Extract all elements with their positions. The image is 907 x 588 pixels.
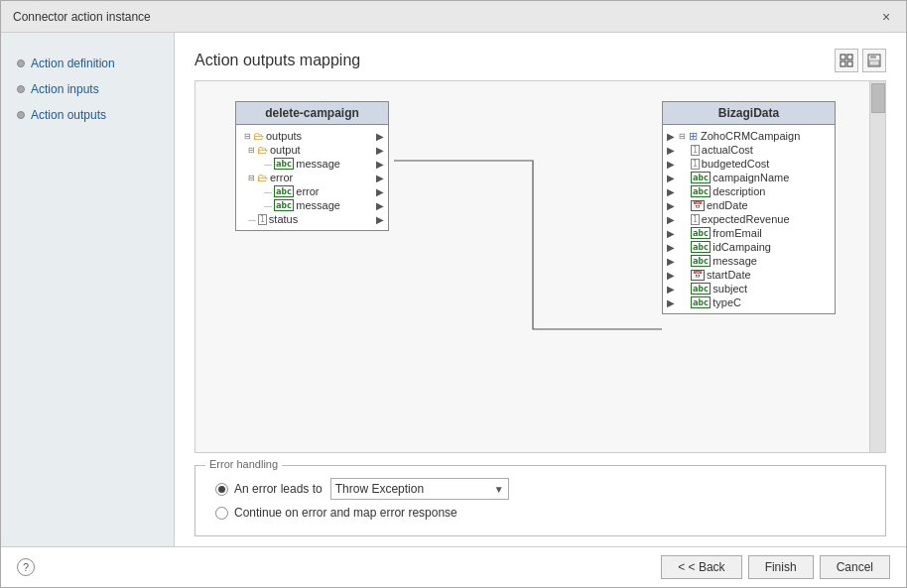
tree-item: — abc message ▶ xyxy=(236,157,388,171)
sidebar-item-action-outputs[interactable]: Action outputs xyxy=(11,104,164,126)
right-box: BizagiData ▶ ⊟ ⊞ ZohoCRMCampaign ▶ xyxy=(662,101,836,314)
tree-label: status xyxy=(269,213,298,225)
type-abc-icon: abc xyxy=(274,185,294,197)
left-box-content: ⊟ 🗁 outputs ▶ ⊟ 🗁 output ▶ xyxy=(236,125,388,230)
tree-item: ▶ 1 expectedRevenue xyxy=(663,212,835,226)
tree-item: ▶ 1 budgetedCost xyxy=(663,157,835,171)
bullet-icon xyxy=(17,111,25,119)
right-box-content: ▶ ⊟ ⊞ ZohoCRMCampaign ▶ 1 actualCost xyxy=(663,125,835,313)
tree-label: description xyxy=(713,185,765,197)
main-content: Action outputs mapping xyxy=(175,33,906,546)
tree-item: ⊟ 🗁 outputs ▶ xyxy=(236,129,388,143)
type-abc-icon: abc xyxy=(691,227,711,239)
arrow-out-icon: ▶ xyxy=(376,159,384,170)
tree-label: message xyxy=(713,255,757,267)
tree-label: message xyxy=(296,158,340,170)
tree-label: idCampaing xyxy=(713,241,771,253)
expand-icon[interactable]: ⊟ xyxy=(679,132,686,141)
error-option1-row: An error leads to Throw Exception ▼ xyxy=(215,478,865,500)
tree-item: — abc message ▶ xyxy=(236,198,388,212)
dash-icon: — xyxy=(264,160,272,169)
tree-item: ▶ 📅 startDate xyxy=(663,268,835,282)
sidebar-item-action-definition[interactable]: Action definition xyxy=(11,53,164,74)
back-button[interactable]: < < Back xyxy=(661,555,741,579)
tree-item: ▶ abc description xyxy=(663,184,835,198)
tree-label: actualCost xyxy=(702,144,753,156)
arrow-in-icon: ▶ xyxy=(667,228,675,239)
arrow-in-icon: ▶ xyxy=(667,145,675,156)
type-date-icon: 📅 xyxy=(691,270,705,281)
tree-label: fromEmail xyxy=(713,227,762,239)
expand-icon[interactable]: ⊟ xyxy=(248,146,255,155)
dash-icon: — xyxy=(264,201,272,210)
help-button[interactable]: ? xyxy=(17,558,35,576)
close-button[interactable]: × xyxy=(878,9,894,25)
type-date-icon: 📅 xyxy=(691,200,705,211)
tree-item: ▶ 📅 endDate xyxy=(663,198,835,212)
dash-icon: — xyxy=(264,187,272,196)
expand-icon[interactable]: ⊟ xyxy=(244,132,251,141)
tree-item: ▶ abc fromEmail xyxy=(663,226,835,240)
tree-label: endDate xyxy=(707,199,748,211)
type-abc-icon: abc xyxy=(691,241,711,253)
arrow-in-icon: ▶ xyxy=(667,200,675,211)
mapping-area: delete-campaign ⊟ 🗁 outputs ▶ ⊟ xyxy=(194,80,886,453)
dropdown-arrow-icon: ▼ xyxy=(494,484,504,495)
dialog-body: Action definition Action inputs Action o… xyxy=(1,33,906,546)
arrow-in-icon: ▶ xyxy=(667,284,675,294)
type-abc-icon: abc xyxy=(274,199,294,211)
layout-icon[interactable] xyxy=(835,49,858,72)
save-icon[interactable] xyxy=(862,49,886,72)
dash-icon: — xyxy=(248,215,256,224)
throw-exception-dropdown[interactable]: Throw Exception ▼ xyxy=(330,478,509,500)
arrow-out-icon: ▶ xyxy=(376,145,384,156)
error-handling-section: Error handling An error leads to Throw E… xyxy=(194,461,886,536)
tree-label: message xyxy=(296,199,340,211)
arrow-in-icon: ▶ xyxy=(667,256,675,267)
sidebar-item-action-inputs[interactable]: Action inputs xyxy=(11,78,164,100)
arrow-in-icon: ▶ xyxy=(667,297,675,308)
tree-label: output xyxy=(270,144,301,156)
radio-option1[interactable] xyxy=(215,483,228,496)
error-option2-label: Continue on error and map error response xyxy=(234,506,457,520)
arrow-in-icon: ▶ xyxy=(667,242,675,253)
footer-left: ? xyxy=(17,558,35,576)
tree-item: ⊟ 🗁 output ▶ xyxy=(236,143,388,157)
type-abc-icon: abc xyxy=(691,283,711,294)
mapping-scroll: delete-campaign ⊟ 🗁 outputs ▶ ⊟ xyxy=(195,81,885,452)
footer-buttons: < < Back Finish Cancel xyxy=(661,555,890,579)
scrollbar-thumb[interactable] xyxy=(871,83,885,113)
tree-item: ▶ abc subject xyxy=(663,282,835,295)
sidebar-item-label: Action inputs xyxy=(31,82,99,96)
tree-label: outputs xyxy=(266,130,302,142)
type-abc-icon: abc xyxy=(691,185,711,197)
tree-item: ⊟ 🗁 error ▶ xyxy=(236,171,388,184)
tree-label: startDate xyxy=(707,269,751,281)
bullet-icon xyxy=(17,59,25,67)
error-handling-legend: Error handling xyxy=(205,458,282,470)
radio-option2[interactable] xyxy=(215,507,228,520)
error-fieldset: Error handling An error leads to Throw E… xyxy=(194,465,886,536)
arrow-in-icon: ▶ xyxy=(667,186,675,197)
error-option1-label: An error leads to xyxy=(234,482,323,496)
arrow-in-icon: ▶ xyxy=(667,131,675,142)
cancel-button[interactable]: Cancel xyxy=(820,555,890,579)
footer: ? < < Back Finish Cancel xyxy=(1,546,906,587)
tree-label: subject xyxy=(713,283,747,294)
type-num-icon: 1 xyxy=(691,214,700,225)
tree-item: ▶ abc message xyxy=(663,254,835,268)
error-option2-row: Continue on error and map error response xyxy=(215,506,865,520)
expand-icon[interactable]: ⊟ xyxy=(248,174,255,182)
db-icon: ⊞ xyxy=(687,130,699,142)
toolbar-icons xyxy=(835,49,886,72)
finish-button[interactable]: Finish xyxy=(748,555,814,579)
tree-label: budgetedCost xyxy=(702,158,770,170)
arrow-out-icon: ▶ xyxy=(376,186,384,197)
title-bar: Connector action instance × xyxy=(1,1,906,33)
tree-label: expectedRevenue xyxy=(702,213,790,225)
svg-rect-3 xyxy=(847,61,852,66)
folder-icon: 🗁 xyxy=(252,130,264,142)
tree-item: ▶ abc campaignName xyxy=(663,171,835,184)
tree-item: ▶ 1 actualCost xyxy=(663,143,835,157)
vertical-scrollbar[interactable] xyxy=(869,81,885,452)
